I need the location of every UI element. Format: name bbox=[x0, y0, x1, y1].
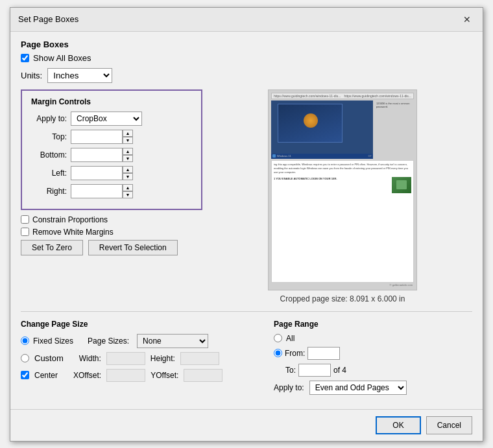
preview-url-bar: https://www.guidingtech.com/windows-11-d… bbox=[271, 93, 414, 99]
preview-win-text: Windows 11 bbox=[277, 154, 291, 158]
xoffset-label: XOffset: bbox=[73, 371, 101, 380]
of-label: of 4 bbox=[333, 366, 346, 375]
right-column: https://www.guidingtech.com/windows-11-d… bbox=[213, 89, 472, 303]
page-sizes-select[interactable]: None bbox=[137, 334, 208, 348]
left-label: Left: bbox=[31, 169, 67, 178]
units-label: Units: bbox=[21, 71, 42, 80]
from-input[interactable]: 2 bbox=[307, 347, 340, 360]
center-checkbox[interactable] bbox=[21, 371, 29, 379]
left-spinner-buttons: ▲ ▼ bbox=[123, 166, 133, 180]
preview-bottom-text: 1 YOU ENABLE AUTOMATIC LOGIN ON YOUR 1ER… bbox=[274, 177, 390, 193]
change-page-size-title: Change Page Size bbox=[21, 320, 261, 329]
preview-page: https://www.guidingtech.com/windows-11-d… bbox=[269, 90, 416, 290]
show-all-boxes-label: Show All Boxes bbox=[33, 53, 91, 63]
from-radio[interactable] bbox=[274, 349, 282, 357]
to-input[interactable]: 2 bbox=[298, 364, 331, 377]
page-sizes-label: Page Sizes: bbox=[88, 336, 129, 346]
fixed-sizes-radio[interactable] bbox=[21, 336, 29, 345]
to-row: To: 2 of 4 bbox=[274, 364, 472, 377]
top-row: Top: 0.364 in ▲ ▼ bbox=[31, 130, 192, 144]
preview-circle bbox=[304, 113, 318, 128]
preview-content: ing this app compatible, Windows require… bbox=[271, 160, 414, 283]
left-spinner: 0.182 in ▲ ▼ bbox=[71, 166, 133, 180]
constrain-label: Constrain Proportions bbox=[32, 215, 108, 224]
bottom-row: Bottom: 4.637 in ▲ ▼ bbox=[31, 148, 192, 162]
set-page-boxes-dialog: Set Page Boxes ✕ Page Boxes Show All Box… bbox=[10, 7, 483, 442]
revert-to-selection-button[interactable]: Revert To Selection bbox=[88, 240, 178, 255]
preview-taskbar-items: Windows 11 GT bbox=[271, 154, 373, 158]
change-page-size-section: Change Page Size Fixed Sizes Page Sizes:… bbox=[21, 320, 261, 395]
dialog-title: Set Page Boxes bbox=[18, 14, 78, 24]
left-input[interactable]: 0.182 in bbox=[71, 166, 123, 180]
bottom-spinner: 4.637 in ▲ ▼ bbox=[71, 148, 133, 162]
all-radio-row: All bbox=[274, 334, 472, 343]
preview-url-text: https://www.guidingtech.com/windows-11-d… bbox=[274, 94, 341, 98]
right-down-button[interactable]: ▼ bbox=[123, 191, 133, 198]
top-down-button[interactable]: ▼ bbox=[123, 137, 133, 144]
bottom-up-button[interactable]: ▲ bbox=[123, 148, 133, 155]
center-label: Center bbox=[34, 371, 58, 380]
top-input[interactable]: 0.364 in bbox=[71, 130, 123, 144]
from-row: From: 2 bbox=[274, 347, 472, 360]
constrain-checkbox[interactable] bbox=[21, 215, 29, 224]
height-input: 0 in bbox=[180, 352, 219, 365]
left-down-button[interactable]: ▼ bbox=[123, 173, 133, 180]
offset-row: Center XOffset: 0 in YOffset: 0 in bbox=[21, 369, 261, 382]
action-buttons-row: Set To Zero Revert To Selection bbox=[21, 240, 202, 255]
custom-label: Custom bbox=[34, 353, 64, 363]
preview-taskbar: Windows 11 GT bbox=[271, 154, 373, 159]
preview-content-text: ing this app compatible, Windows require… bbox=[274, 163, 411, 174]
show-all-boxes-checkbox[interactable] bbox=[21, 54, 29, 62]
remove-white-checkbox[interactable] bbox=[21, 228, 29, 236]
set-to-zero-button[interactable]: Set To Zero bbox=[21, 240, 83, 255]
dialog-body: Page Boxes Show All Boxes Units: Inches … bbox=[10, 32, 483, 409]
apply-to-label: Apply to: bbox=[274, 383, 304, 392]
left-column: Margin Controls Apply to: CropBox MediaB… bbox=[21, 89, 202, 303]
remove-white-row: Remove White Margins bbox=[21, 228, 202, 237]
left-up-button[interactable]: ▲ bbox=[123, 166, 133, 173]
apply-to-select[interactable]: CropBox MediaBox BleedBox TrimBox ArtBox bbox=[71, 112, 142, 126]
apply-to-row: Apply to: CropBox MediaBox BleedBox Trim… bbox=[31, 112, 192, 126]
dialog-footer: OK Cancel bbox=[10, 409, 483, 441]
preview-thumb bbox=[392, 177, 411, 193]
remove-white-label: Remove White Margins bbox=[32, 228, 114, 237]
title-bar: Set Page Boxes ✕ bbox=[10, 8, 483, 32]
bottom-input[interactable]: 4.637 in bbox=[71, 148, 123, 162]
close-button[interactable]: ✕ bbox=[459, 13, 475, 26]
fixed-sizes-row: Fixed Sizes Page Sizes: None bbox=[21, 334, 261, 348]
show-all-boxes-row: Show All Boxes bbox=[21, 53, 472, 63]
units-row: Units: Inches Millimeters Points Centime… bbox=[21, 68, 472, 83]
crop-info: Cropped page size: 8.091 x 6.000 in bbox=[280, 294, 405, 303]
width-label: Width: bbox=[79, 354, 101, 363]
ok-button[interactable]: OK bbox=[376, 416, 420, 434]
width-input: 0 in bbox=[106, 352, 145, 365]
custom-radio[interactable] bbox=[21, 354, 29, 362]
right-input[interactable]: 0.227 in bbox=[71, 184, 123, 198]
cancel-button[interactable]: Cancel bbox=[426, 416, 472, 434]
preview-box: https://www.guidingtech.com/windows-11-d… bbox=[268, 89, 417, 290]
top-label: Top: bbox=[31, 132, 67, 141]
top-spinner-buttons: ▲ ▼ bbox=[123, 130, 133, 144]
height-label: Height: bbox=[150, 354, 175, 363]
custom-dim-row: Custom Width: 0 in Height: 0 in bbox=[21, 352, 261, 365]
margin-controls-box: Margin Controls Apply to: CropBox MediaB… bbox=[21, 89, 202, 210]
top-up-button[interactable]: ▲ bbox=[123, 130, 133, 137]
bottom-row: Change Page Size Fixed Sizes Page Sizes:… bbox=[21, 311, 472, 395]
constrain-row: Constrain Proportions bbox=[21, 215, 202, 224]
to-label: To: bbox=[285, 366, 296, 375]
yoffset-input: 0 in bbox=[184, 369, 222, 382]
yoffset-label: YOffset: bbox=[150, 371, 178, 380]
all-radio[interactable] bbox=[274, 334, 282, 342]
right-row: Right: 0.227 in ▲ ▼ bbox=[31, 184, 192, 198]
preview-thumb-inner bbox=[396, 180, 407, 189]
right-spinner-buttons: ▲ ▼ bbox=[123, 184, 133, 198]
units-select[interactable]: Inches Millimeters Points Centimeters bbox=[47, 68, 112, 83]
preview-side-text: 123456 is the most c ommon password. bbox=[375, 100, 414, 159]
right-up-button[interactable]: ▲ bbox=[123, 184, 133, 191]
bottom-down-button[interactable]: ▼ bbox=[123, 155, 133, 162]
main-row: Margin Controls Apply to: CropBox MediaB… bbox=[21, 89, 472, 303]
preview-gt-text: GT bbox=[368, 154, 372, 158]
page-range-section: Page Range All From: 2 To: 2 of 4 Apply … bbox=[274, 320, 472, 395]
from-label: From: bbox=[285, 349, 305, 358]
apply-to-select[interactable]: Even and Odd Pages Even Pages Only Odd P… bbox=[309, 381, 407, 395]
